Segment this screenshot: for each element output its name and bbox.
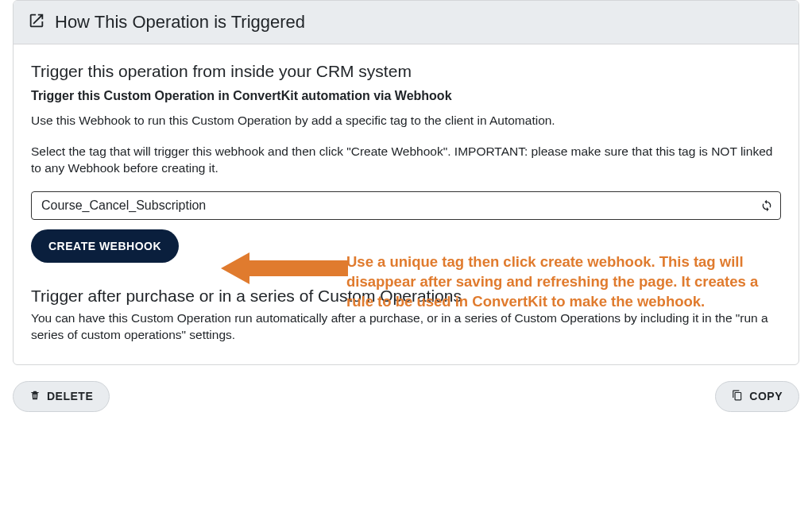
delete-label: DELETE [47, 390, 93, 402]
crm-heading: Trigger this operation from inside your … [31, 62, 781, 81]
trigger-panel: How This Operation is Triggered Trigger … [13, 0, 799, 365]
copy-icon [732, 390, 743, 403]
copy-label: COPY [749, 390, 783, 402]
trash-icon [29, 390, 41, 403]
share-icon [28, 12, 45, 33]
webhook-desc-1: Use this Webhook to run this Custom Oper… [31, 113, 781, 129]
panel-header: How This Operation is Triggered [14, 1, 798, 44]
purchase-heading: Trigger after purchase or in a series of… [31, 287, 781, 306]
copy-button[interactable]: COPY [715, 381, 799, 412]
action-bar: DELETE COPY [0, 365, 812, 420]
convertkit-bold: Trigger this Custom Operation in Convert… [31, 89, 781, 103]
tag-input-wrap [31, 191, 781, 220]
tag-input[interactable] [31, 191, 781, 220]
delete-button[interactable]: DELETE [13, 381, 110, 412]
purchase-desc: You can have this Custom Operation run a… [31, 310, 781, 344]
create-webhook-button[interactable]: CREATE WEBHOOK [31, 229, 179, 263]
panel-body: Trigger this operation from inside your … [14, 44, 798, 364]
panel-title: How This Operation is Triggered [55, 12, 305, 33]
refresh-icon[interactable] [760, 199, 773, 212]
webhook-desc-2: Select the tag that will trigger this we… [31, 144, 781, 177]
